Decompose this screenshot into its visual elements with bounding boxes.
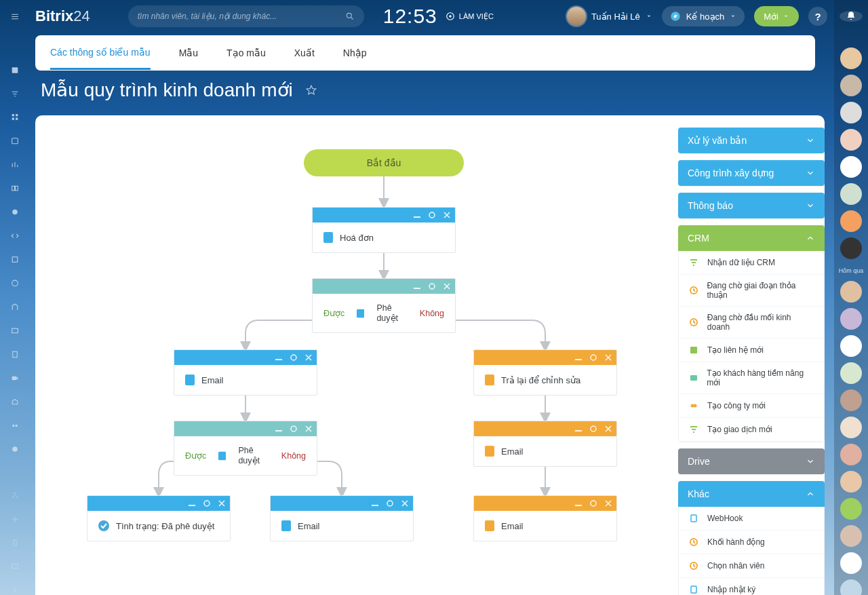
video-icon[interactable] xyxy=(9,374,21,383)
tab-import[interactable]: Nhập xyxy=(343,37,367,69)
search-icon[interactable] xyxy=(345,12,355,21)
pos-icon[interactable] xyxy=(9,255,21,264)
action-crm-new-company[interactable]: Tạo công ty mới xyxy=(679,394,824,417)
action-crm-wait-stage[interactable]: Đang chờ giai đoạn thỏa thuận xyxy=(679,274,824,306)
flow-block-email-right-1[interactable]: Email xyxy=(473,421,617,467)
minimize-icon[interactable] xyxy=(574,425,583,433)
contact-avatar[interactable] xyxy=(840,471,862,493)
contact-avatar[interactable] xyxy=(840,281,862,303)
chart-icon[interactable] xyxy=(9,160,21,169)
image-icon[interactable] xyxy=(9,326,21,335)
tab-create[interactable]: Tạo mẫu xyxy=(226,37,266,69)
minimize-icon[interactable] xyxy=(413,211,421,219)
flow-block-email-left[interactable]: Email xyxy=(174,349,317,396)
apps-icon[interactable] xyxy=(9,113,21,121)
gear-icon[interactable] xyxy=(428,211,436,219)
contact-avatar[interactable] xyxy=(840,156,862,178)
search-input[interactable] xyxy=(138,12,345,21)
gear-icon[interactable] xyxy=(589,499,597,507)
mobile-icon[interactable] xyxy=(9,539,21,548)
contact-avatar[interactable] xyxy=(840,129,862,151)
gear-icon[interactable] xyxy=(290,353,298,362)
knowledge-icon[interactable] xyxy=(9,184,21,193)
accordion-notify[interactable]: Thông báo xyxy=(678,193,825,218)
gear-icon[interactable] xyxy=(203,499,211,507)
contact-avatar[interactable] xyxy=(840,183,862,205)
plus-icon[interactable] xyxy=(9,586,21,595)
action-select-employee[interactable]: Chọn nhân viên xyxy=(679,554,824,577)
flow-start[interactable]: Bắt đầu xyxy=(304,149,464,176)
work-status[interactable]: LÀM VIỆC xyxy=(446,12,494,21)
android-icon[interactable] xyxy=(9,208,21,216)
bank-icon[interactable] xyxy=(9,398,21,406)
help-button[interactable]: ? xyxy=(808,7,827,26)
close-icon[interactable] xyxy=(304,353,313,362)
minimize-icon[interactable] xyxy=(574,353,583,362)
action-crm-get-data[interactable]: Nhận dữ liệu CRM xyxy=(679,251,824,274)
contact-avatar[interactable] xyxy=(840,417,862,438)
contact-avatar[interactable] xyxy=(840,362,862,384)
contact-avatar[interactable] xyxy=(840,579,862,595)
contact-avatar[interactable] xyxy=(840,552,862,574)
close-icon[interactable] xyxy=(604,353,612,362)
filter-icon[interactable] xyxy=(9,90,21,98)
tab-export[interactable]: Xuất xyxy=(294,37,315,69)
contact-avatar[interactable] xyxy=(840,102,862,123)
user-menu[interactable]: Tuấn Hải Lê xyxy=(567,7,652,26)
contact-avatar[interactable] xyxy=(840,389,862,411)
desktop-icon[interactable] xyxy=(9,562,21,571)
menu-icon[interactable] xyxy=(9,12,21,21)
minimize-icon[interactable] xyxy=(574,499,583,507)
contact-avatar[interactable] xyxy=(840,75,862,96)
accordion-construction[interactable]: Công trình xây dựng xyxy=(678,160,825,186)
action-block[interactable]: Khối hành động xyxy=(679,530,824,554)
contact-avatar[interactable] xyxy=(840,210,862,232)
sitemap-icon[interactable] xyxy=(9,491,21,500)
action-crm-new-contact[interactable]: Tạo liên hệ mới xyxy=(679,338,824,362)
flow-block-status-approved[interactable]: Tình trạng: Đã phê duyệt xyxy=(87,495,231,541)
contact-avatar[interactable] xyxy=(840,335,862,357)
company-icon[interactable] xyxy=(9,303,21,311)
time-icon[interactable] xyxy=(9,279,21,288)
plan-selector[interactable]: Kế hoạch xyxy=(662,6,745,26)
close-icon[interactable] xyxy=(304,425,313,433)
flow-block-invoice[interactable]: Hoá đơn xyxy=(312,207,456,253)
close-icon[interactable] xyxy=(401,499,409,507)
contact-avatar[interactable] xyxy=(840,444,862,465)
close-icon[interactable] xyxy=(218,499,226,507)
gear-icon[interactable] xyxy=(589,425,597,433)
close-icon[interactable] xyxy=(443,211,451,219)
code-icon[interactable] xyxy=(9,231,21,240)
new-button[interactable]: Mới xyxy=(754,6,799,26)
close-icon[interactable] xyxy=(604,499,612,507)
minimize-icon[interactable] xyxy=(188,499,196,507)
automation-icon[interactable] xyxy=(9,421,21,430)
action-webhook[interactable]: WebHook xyxy=(679,507,824,530)
accordion-drive[interactable]: Drive xyxy=(678,448,825,474)
accordion-other-header[interactable]: Khác xyxy=(678,481,825,507)
close-icon[interactable] xyxy=(443,282,451,290)
accordion-crm-header[interactable]: CRM xyxy=(678,225,825,251)
minimize-icon[interactable] xyxy=(275,353,283,362)
contact-avatar[interactable] xyxy=(840,47,862,69)
close-icon[interactable] xyxy=(604,425,612,433)
action-crm-wait-lead[interactable]: Đang chờ đầu mối kinh doanh xyxy=(679,306,824,338)
action-crm-new-deal[interactable]: Tạo giao dịch mới xyxy=(679,417,824,441)
action-crm-new-lead[interactable]: Tạo khách hàng tiềm năng mới xyxy=(679,362,824,394)
contact-avatar[interactable] xyxy=(840,525,862,547)
favorite-star-icon[interactable] xyxy=(305,84,317,96)
minimize-icon[interactable] xyxy=(371,499,379,507)
gear-icon[interactable] xyxy=(386,499,394,507)
gear-icon[interactable] xyxy=(290,425,298,433)
contact-avatar[interactable] xyxy=(840,498,862,520)
feed-icon[interactable] xyxy=(9,66,21,75)
brand-logo[interactable]: Bitrix24 xyxy=(35,7,90,25)
gear-icon[interactable] xyxy=(589,353,597,362)
calendar-icon[interactable] xyxy=(9,136,21,145)
tab-params[interactable]: Các thông số biểu mẫu xyxy=(50,37,151,70)
gear-icon[interactable] xyxy=(9,515,21,524)
flow-block-email-mid[interactable]: Email xyxy=(270,495,414,541)
flow-block-approve-2[interactable]: Được Phê duyệt Không xyxy=(174,421,317,476)
contact-avatar[interactable] xyxy=(840,308,862,330)
action-log-entry[interactable]: Nhập nhật ký xyxy=(679,577,824,595)
